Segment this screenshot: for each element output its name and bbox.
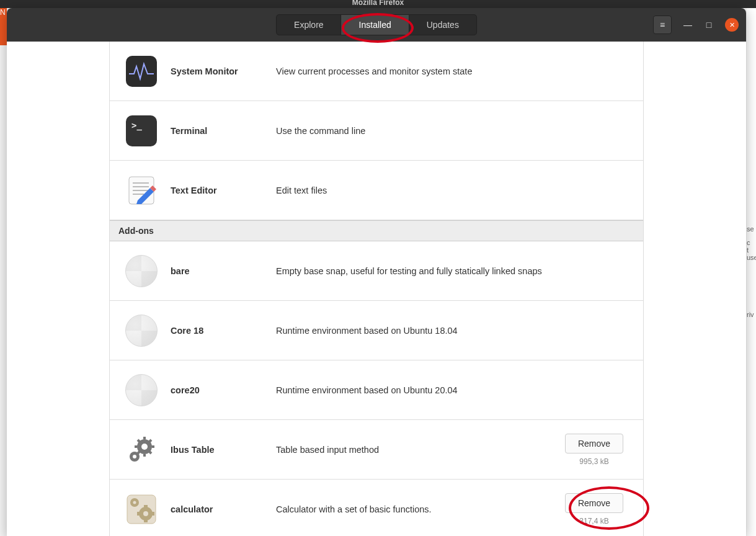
addon-row-core18[interactable]: Core 18 Runtime environment based on Ubu… (110, 301, 643, 360)
svg-line-20 (149, 440, 151, 442)
svg-rect-26 (144, 519, 148, 522)
app-desc: Calculator with a set of basic functions… (276, 504, 548, 514)
tab-updates[interactable]: Updates (409, 15, 476, 35)
app-desc: Runtime environment based on Ubuntu 18.0… (276, 326, 548, 336)
background-firefox-titlebar: Mozilla Firefox (0, 0, 756, 8)
firefox-title: Mozilla Firefox (352, 0, 404, 7)
addon-row-ibus-table[interactable]: Ibus Table Table based input method Remo… (110, 420, 643, 480)
app-row-text-editor[interactable]: Text Editor Edit text files (110, 161, 643, 220)
generic-package-icon (125, 314, 158, 347)
app-desc: Table based input method (276, 445, 548, 455)
minimize-icon: — (683, 20, 692, 30)
tab-installed[interactable]: Installed (342, 15, 409, 35)
app-name: System Monitor (171, 66, 264, 76)
maximize-icon: □ (706, 20, 711, 30)
app-name: Terminal (171, 126, 264, 136)
svg-point-30 (133, 501, 136, 504)
svg-rect-25 (144, 505, 148, 509)
addon-row-core20[interactable]: core20 Runtime environment based on Ubun… (110, 360, 643, 420)
titlebar: Explore Installed Updates ≡ — □ ✕ (7, 8, 746, 42)
app-desc: Runtime environment based on Ubuntu 20.0… (276, 385, 548, 395)
generic-package-icon (125, 373, 158, 407)
size-label: 317,4 kB (579, 517, 608, 525)
gears-icon (125, 433, 158, 467)
background-left-strip: N (0, 8, 7, 45)
software-center-window: Explore Installed Updates ≡ — □ ✕ (7, 8, 746, 536)
svg-line-19 (149, 452, 151, 453)
hamburger-menu-button[interactable]: ≡ (653, 16, 672, 34)
app-desc: Edit text files (276, 185, 548, 195)
app-name: Core 18 (171, 326, 264, 336)
installed-list: System Monitor View current processes an… (109, 42, 644, 536)
app-name: core20 (171, 385, 264, 395)
text-editor-icon (125, 174, 158, 207)
installed-list-scroll[interactable]: System Monitor View current processes an… (7, 42, 746, 536)
addon-row-bare[interactable]: bare Empty base snap, useful for testing… (110, 241, 643, 301)
app-name: Ibus Table (171, 445, 264, 455)
svg-point-11 (141, 444, 148, 450)
background-right-strip: se c t use riv (747, 8, 756, 536)
addons-section-header: Add-ons (110, 220, 643, 241)
tab-explore[interactable]: Explore (277, 15, 341, 35)
calculator-icon (125, 493, 158, 526)
maximize-button[interactable]: □ (704, 20, 714, 30)
close-button[interactable]: ✕ (725, 18, 739, 32)
app-row-terminal[interactable]: >_ Terminal Use the command line (110, 101, 643, 161)
svg-line-18 (138, 440, 140, 442)
svg-rect-28 (151, 512, 154, 516)
app-desc: Empty base snap, useful for testing and … (276, 266, 548, 276)
app-name: calculator (171, 504, 264, 514)
remove-button[interactable]: Remove (565, 493, 623, 513)
minimize-button[interactable]: — (683, 20, 693, 30)
svg-point-24 (143, 511, 148, 516)
view-switcher: Explore Installed Updates (276, 14, 477, 35)
app-desc: View current processes and monitor syste… (276, 66, 548, 76)
close-icon: ✕ (729, 21, 735, 29)
svg-text:>_: >_ (131, 120, 142, 131)
svg-line-21 (138, 452, 140, 453)
hamburger-icon: ≡ (660, 20, 665, 30)
app-name: Text Editor (171, 185, 264, 195)
window-controls: ≡ — □ ✕ (653, 16, 739, 34)
generic-package-icon (125, 254, 158, 288)
addon-row-calculator[interactable]: calculator Calculator with a set of basi… (110, 480, 643, 536)
remove-button[interactable]: Remove (565, 434, 623, 453)
svg-point-13 (133, 455, 136, 458)
app-desc: Use the command line (276, 126, 548, 136)
app-name: bare (171, 266, 264, 276)
size-label: 995,3 kB (579, 457, 608, 466)
app-row-system-monitor[interactable]: System Monitor View current processes an… (110, 42, 643, 101)
system-monitor-icon (125, 55, 158, 88)
svg-rect-27 (137, 512, 141, 516)
terminal-icon: >_ (125, 114, 158, 148)
